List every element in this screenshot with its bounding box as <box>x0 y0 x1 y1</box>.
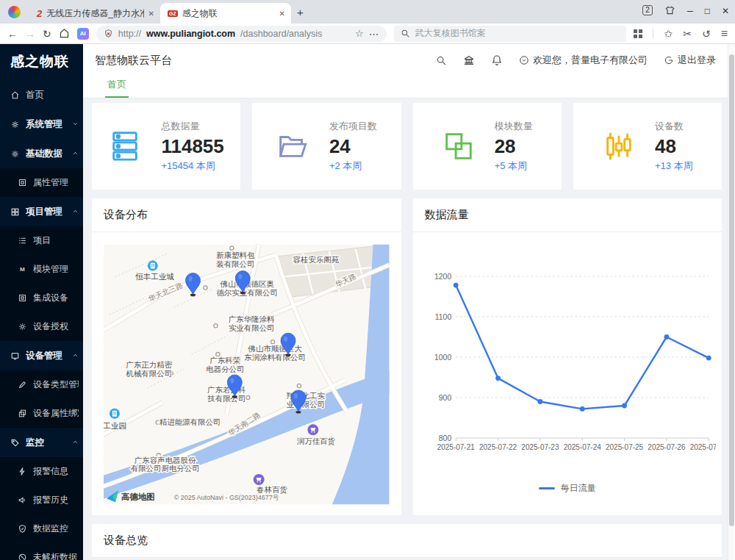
svg-text:1100: 1100 <box>434 312 451 321</box>
sidebar-item-设备类型管理[interactable]: 设备类型管理 <box>0 370 83 399</box>
sidebar-item-项目管理[interactable]: 项目管理 <box>0 197 83 226</box>
bolt-icon <box>18 467 28 476</box>
history-undo-icon[interactable] <box>702 27 711 40</box>
home-button[interactable] <box>59 28 70 39</box>
bell-icon[interactable] <box>491 54 503 66</box>
theme-shirt-icon[interactable] <box>664 5 675 15</box>
copy-icon <box>18 409 28 418</box>
svg-text:胜工业园: 胜工业园 <box>104 422 126 430</box>
svg-text:广东正力精密机械有限公司: 广东正力精密机械有限公司 <box>126 361 172 378</box>
bookmarks-icon[interactable] <box>664 27 673 40</box>
tab-count-badge[interactable]: 2 <box>642 5 653 15</box>
sidebar-item-系统管理[interactable]: 系统管理 <box>0 110 83 139</box>
stat-delta: +5 本周 <box>495 159 533 173</box>
sidebar-item-项目[interactable]: 项目 <box>0 226 83 255</box>
svg-text:900: 900 <box>438 393 451 402</box>
tab2-favicon: GZ <box>168 10 178 17</box>
tag-icon <box>10 438 21 448</box>
sidebar-item-基础数据[interactable]: 基础数据 <box>0 139 83 168</box>
reload-button[interactable] <box>43 28 51 40</box>
browser-tab-1[interactable]: 2 无线压力传感器_静力水准仪_ <box>29 3 160 24</box>
maximize-button[interactable] <box>705 4 710 17</box>
screenshot-icon[interactable] <box>683 27 692 40</box>
url-more-icon[interactable] <box>369 28 379 40</box>
welcome-user[interactable]: 欢迎您，普量电子有限公司 <box>519 54 648 67</box>
sidebar-item-设备管理[interactable]: 设备管理 <box>0 341 83 370</box>
sidebar-item-未解析数据[interactable]: 未解析数据 <box>0 543 83 560</box>
svg-text:2025-07-26: 2025-07-26 <box>648 443 686 451</box>
stat-delta: +2 本周 <box>329 159 377 173</box>
app-logo[interactable]: 感之物联 <box>0 44 83 80</box>
minimize-button[interactable] <box>687 4 693 17</box>
shield-warning-icon[interactable] <box>104 29 113 38</box>
stat-card-设备数: 设备数48+13 本周 <box>573 103 722 190</box>
sidebar-item-监控[interactable]: 监控 <box>0 428 83 457</box>
shield-icon <box>18 524 28 534</box>
legend-label: 每日流量 <box>561 482 596 495</box>
list-icon <box>18 236 28 245</box>
svg-text:新康塑料包装有限公司: 新康塑料包装有限公司 <box>216 251 255 268</box>
bookmark-star-icon[interactable] <box>355 28 364 39</box>
ai-assistant-icon[interactable]: AI <box>77 28 89 40</box>
browser-toolbar: AI http://www.puliangiot.com/dashboard/a… <box>0 24 735 44</box>
header-search-icon[interactable] <box>436 55 447 66</box>
ban-icon <box>18 553 28 560</box>
bank-icon[interactable] <box>463 54 475 66</box>
browser-logo-icon[interactable] <box>8 6 21 18</box>
sidebar-item-首页[interactable]: 首页 <box>0 80 83 110</box>
chevron-down-icon <box>72 119 79 129</box>
candlestick-icon <box>602 129 636 163</box>
stat-delta: +15454 本周 <box>161 159 223 173</box>
svg-text:M: M <box>20 266 25 273</box>
browser-menu-icon[interactable] <box>721 27 728 40</box>
scrollbar-thumb[interactable] <box>729 54 734 526</box>
sidebar-item-报警历史[interactable]: 报警历史 <box>0 486 83 514</box>
sidebar-item-设备授权[interactable]: 设备授权 <box>0 312 83 341</box>
device-map[interactable]: 新康塑料包装有限公司容桂安乐阁苑恒丰工业城华天北三路佛山市顺德区奥德尔实业有限公… <box>104 244 390 505</box>
svg-text:佛山市顺德区大东润涂料有限公司: 佛山市顺德区大东润涂料有限公司 <box>244 345 306 362</box>
legend-line-swatch <box>539 487 555 489</box>
search-input[interactable]: 武大复核图书馆案 <box>394 26 627 42</box>
sidebar-item-集成设备[interactable]: 集成设备 <box>0 284 83 312</box>
sidebar: 感之物联 首页系统管理基础数据属性管理项目管理项目M模块管理集成设备设备授权设备… <box>0 44 83 560</box>
search-placeholder: 武大复核图书馆案 <box>415 27 486 40</box>
logout-button[interactable]: 退出登录 <box>664 54 716 67</box>
svg-text:高德地图: 高德地图 <box>121 492 155 501</box>
sidebar-menu: 首页系统管理基础数据属性管理项目管理项目M模块管理集成设备设备授权设备管理设备类… <box>0 80 83 560</box>
new-tab-button[interactable] <box>297 6 304 18</box>
stat-value: 24 <box>329 135 377 158</box>
browser-tab-2[interactable]: GZ 感之物联 <box>160 3 291 24</box>
stat-label: 设备数 <box>655 120 693 133</box>
mletter-icon: M <box>18 265 28 274</box>
sidebar-item-数据监控[interactable]: 数据监控 <box>0 514 83 543</box>
sidebar-item-属性管理[interactable]: 属性管理 <box>0 168 83 197</box>
forward-button[interactable] <box>25 28 35 40</box>
svg-text:恒丰工业城: 恒丰工业城 <box>135 273 174 281</box>
sidebar-item-设备属性绑定[interactable]: 设备属性绑定 <box>0 399 83 428</box>
tab-home[interactable]: 首页 <box>105 78 129 98</box>
back-button[interactable] <box>7 28 18 40</box>
data-flow-chart: 8009001000110012002025-07-212025-07-2220… <box>419 248 717 469</box>
svg-text:润万佳百货: 润万佳百货 <box>297 437 336 445</box>
stat-value: 48 <box>655 135 693 158</box>
tab1-favicon: 2 <box>37 8 42 19</box>
apps-grid-icon[interactable] <box>634 29 642 38</box>
sidebar-item-报警信息[interactable]: 报警信息 <box>0 457 83 486</box>
url-protocol: http:// <box>118 29 141 39</box>
folder-icon <box>276 129 310 163</box>
svg-text:广东容声电器股份有限公司厨电分公司: 广东容声电器股份有限公司厨电分公司 <box>131 456 200 473</box>
tab2-close-icon[interactable] <box>279 8 285 18</box>
page-scrollbar[interactable] <box>728 44 735 560</box>
svg-text:1000: 1000 <box>434 353 451 362</box>
chevron-up-icon <box>72 148 79 159</box>
blocks-icon <box>442 129 476 163</box>
browser-tab-bar: 2 无线压力传感器_静力水准仪_ GZ 感之物联 2 <box>0 0 735 24</box>
gear-icon <box>10 149 21 159</box>
url-path: /dashboard/analysis <box>240 29 322 39</box>
close-window-button[interactable] <box>722 4 729 17</box>
tab1-close-icon[interactable] <box>148 8 154 18</box>
svg-text:800: 800 <box>438 434 451 442</box>
sidebar-item-模块管理[interactable]: M模块管理 <box>0 255 83 284</box>
address-bar[interactable]: http://www.puliangiot.com/dashboard/anal… <box>96 26 387 42</box>
chart-legend[interactable]: 每日流量 <box>419 482 717 495</box>
